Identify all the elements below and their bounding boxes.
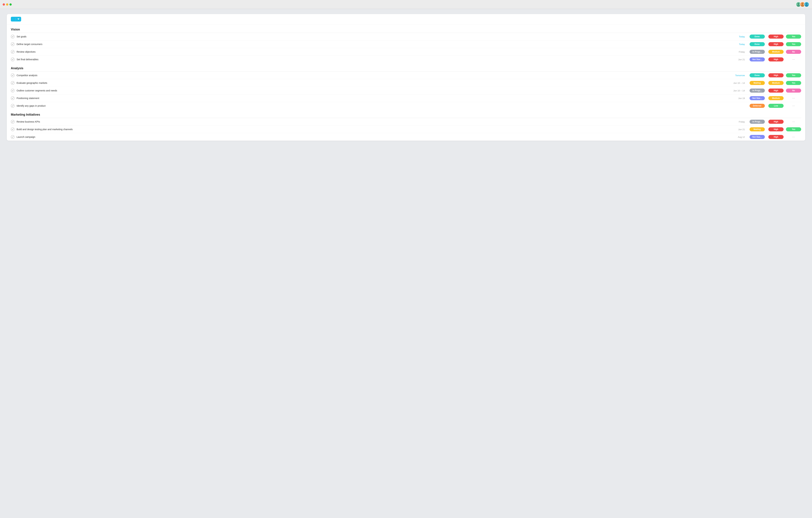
task-row[interactable]: Identify any gaps in productDeferredLow—: [11, 102, 801, 110]
task-checkbox[interactable]: [11, 135, 14, 139]
task-checkbox[interactable]: [11, 50, 14, 54]
task-cells: Not Star...Medium—: [748, 96, 801, 100]
cell-progress[interactable]: Waiting: [748, 81, 766, 85]
task-name: Positioning statement: [17, 97, 730, 100]
cell-priority[interactable]: High: [768, 57, 784, 61]
cell-priority[interactable]: High: [768, 135, 784, 139]
cell-approved[interactable]: No: [786, 88, 801, 92]
cell-progress[interactable]: Done: [748, 34, 766, 38]
task-row[interactable]: Build and design testing plan and market…: [11, 126, 801, 133]
traffic-lights: [3, 3, 12, 6]
add-task-label: [11, 18, 16, 21]
task-date: Jun 19: [730, 97, 745, 100]
cell-progress[interactable]: Not Star...: [748, 96, 766, 100]
approved-badge: Yes: [786, 73, 801, 77]
task-checkbox[interactable]: [11, 104, 14, 108]
task-row[interactable]: Review objectivesFridayIn Progr...Medium…: [11, 48, 801, 56]
cell-approved[interactable]: Yes: [786, 42, 801, 46]
task-checkbox[interactable]: [11, 81, 14, 85]
priority-badge: High: [768, 127, 784, 131]
cell-approved[interactable]: —: [786, 135, 801, 138]
task-cells: DeferredLow—: [748, 104, 801, 108]
task-row[interactable]: Set final deliverablesJun 21Not Star...H…: [11, 56, 801, 63]
section-title-vision: Vision: [11, 24, 801, 33]
priority-badge: Medium: [768, 50, 784, 54]
cell-progress[interactable]: In Progr...: [748, 88, 766, 92]
progress-badge: Not Star...: [750, 57, 765, 61]
task-row[interactable]: Positioning statementJun 19Not Star...Me…: [11, 94, 801, 102]
cell-priority[interactable]: Medium: [768, 81, 784, 85]
task-row[interactable]: Evaluate geographic marketsJun 10 – 14Wa…: [11, 79, 801, 87]
task-cells: Not Star...High—: [748, 57, 801, 61]
task-name: Set goals: [17, 35, 730, 38]
task-date: Jun 21: [730, 128, 745, 131]
cell-priority[interactable]: Medium: [768, 50, 784, 54]
progress-badge: Done: [750, 42, 765, 46]
task-name: Competitor analysis: [17, 74, 730, 77]
cell-progress[interactable]: Done: [748, 42, 766, 46]
cell-approved[interactable]: Yes: [786, 127, 801, 131]
cell-priority[interactable]: Medium: [768, 96, 784, 100]
cell-priority[interactable]: High: [768, 88, 784, 92]
cell-priority[interactable]: High: [768, 120, 784, 124]
main-card: VisionSet goalsTodayDoneHighYesDefine ta…: [7, 14, 805, 141]
section-marketing-initiatives: Marketing InitiativesReview business KPI…: [7, 110, 805, 141]
cell-priority[interactable]: High: [768, 42, 784, 46]
cell-progress[interactable]: Done: [748, 73, 766, 77]
progress-badge: Done: [750, 73, 765, 77]
cell-approved[interactable]: —: [786, 104, 801, 107]
task-row[interactable]: Review business KPIsFridayIn Progr...Hig…: [11, 118, 801, 126]
task-checkbox[interactable]: [11, 74, 14, 77]
task-date: Friday: [730, 51, 745, 53]
task-row[interactable]: Define target consumersTodayDoneHighYes: [11, 40, 801, 48]
cell-approved[interactable]: Yes: [786, 81, 801, 85]
cell-progress[interactable]: In Progr...: [748, 120, 766, 124]
cell-progress[interactable]: Not Star...: [748, 135, 766, 139]
task-date: Jun 10 – 14: [730, 82, 745, 84]
cell-approved[interactable]: No: [786, 50, 801, 54]
priority-badge: High: [768, 34, 784, 38]
cell-progress[interactable]: Not Star...: [748, 57, 766, 61]
task-name: Evaluate geographic markets: [17, 82, 730, 84]
add-task-button[interactable]: [11, 17, 21, 22]
sections-container: VisionSet goalsTodayDoneHighYesDefine ta…: [7, 24, 805, 141]
title-bar: [0, 0, 812, 9]
priority-badge: High: [768, 42, 784, 46]
cell-approved[interactable]: —: [786, 120, 801, 123]
task-row[interactable]: Outline customer segments and needsJun 1…: [11, 87, 801, 94]
cell-approved[interactable]: Yes: [786, 34, 801, 38]
cell-progress[interactable]: Deferred: [748, 104, 766, 108]
approved-badge: Yes: [786, 34, 801, 38]
task-row[interactable]: Set goalsTodayDoneHighYes: [11, 33, 801, 40]
task-checkbox[interactable]: [11, 89, 14, 92]
priority-badge: High: [768, 73, 784, 77]
task-checkbox[interactable]: [11, 35, 14, 38]
cell-priority[interactable]: High: [768, 34, 784, 38]
task-checkbox[interactable]: [11, 96, 14, 100]
task-cells: WaitingMediumYes: [748, 81, 801, 85]
cell-progress[interactable]: In Progr...: [748, 50, 766, 54]
task-checkbox[interactable]: [11, 58, 14, 61]
cell-priority[interactable]: High: [768, 127, 784, 131]
add-task-dropdown-arrow[interactable]: [16, 17, 21, 22]
maximize-button[interactable]: [9, 3, 12, 6]
cell-approved[interactable]: —: [786, 97, 801, 100]
svg-point-3: [801, 5, 804, 7]
cell-priority[interactable]: High: [768, 73, 784, 77]
task-row[interactable]: Launch campaignAug 12Not Star...High—: [11, 133, 801, 141]
cell-progress[interactable]: Waiting: [748, 127, 766, 131]
cell-priority[interactable]: Low: [768, 104, 784, 108]
approved-badge: No: [786, 50, 801, 54]
cell-approved[interactable]: Yes: [786, 73, 801, 77]
minimize-button[interactable]: [6, 3, 8, 6]
task-date: Today: [730, 35, 745, 38]
progress-badge: In Progr...: [750, 50, 765, 54]
cell-approved[interactable]: —: [786, 58, 801, 61]
task-row[interactable]: Competitor analysisTomorrowDoneHighYes: [11, 72, 801, 79]
close-button[interactable]: [3, 3, 5, 6]
task-checkbox[interactable]: [11, 120, 14, 124]
task-checkbox[interactable]: [11, 128, 14, 131]
task-checkbox[interactable]: [11, 42, 14, 46]
task-name: Review business KPIs: [17, 120, 730, 123]
task-name: Build and design testing plan and market…: [17, 128, 730, 131]
